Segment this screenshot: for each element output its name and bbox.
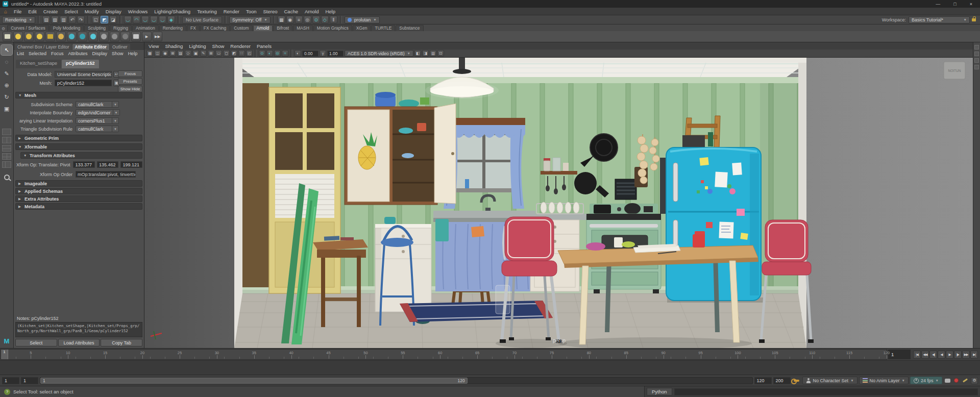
arnold-mesh-light-icon[interactable] [24, 32, 34, 41]
input-selector-dropdown[interactable]: prolutan ▼ [345, 16, 380, 23]
workspace-dropdown[interactable]: Basics Tutorial*▼ [909, 16, 970, 23]
shelf-tab-poly-modeling[interactable]: Poly Modeling [50, 25, 84, 31]
ae-menu-show[interactable]: Show [112, 51, 124, 56]
op-order-field[interactable]: mOp:translate:pivot, !invert!xformO... [76, 171, 136, 178]
pivot-x-field[interactable]: 133.377 [73, 161, 95, 168]
xray-icon[interactable]: ◨ [422, 50, 429, 57]
focus-button[interactable]: Focus [118, 70, 142, 77]
channel-box-toggle-icon[interactable] [974, 58, 979, 63]
load-attributes-button[interactable]: Load Attributes [58, 339, 100, 346]
range-slider-groove[interactable]: 1 120 [40, 377, 753, 384]
snap-to-curve-icon[interactable]: ◠ [133, 16, 140, 23]
symmetry-dropdown[interactable]: Symmetry: Off▼ [229, 16, 271, 23]
grid-toggle-icon[interactable]: ⊞ [208, 50, 214, 57]
menu-create[interactable]: Create [43, 9, 58, 14]
magnifier-icon[interactable] [4, 175, 10, 180]
ae-menu-attributes[interactable]: Attributes [68, 51, 88, 56]
shelf-tab-arnold[interactable]: Arnold [253, 25, 273, 31]
ae-menu-list[interactable]: List [17, 51, 24, 56]
select-camera-icon[interactable]: ▦ [146, 50, 153, 57]
two-pane-side-layout[interactable] [2, 137, 11, 143]
pivot-z-field[interactable]: 199.121 [120, 161, 142, 168]
shelf-menu-icon[interactable]: ⚙ [2, 27, 5, 31]
wireframe-on-shaded-icon[interactable]: ▥ [430, 50, 436, 57]
shelf-tab-animation[interactable]: Animation [132, 25, 159, 31]
live-surface-field[interactable]: No Live Surface [182, 16, 222, 23]
menu-arnold[interactable]: Arnold [305, 9, 318, 14]
view-transform-dropdown[interactable]: ACES 1.0 SDR-video (sRGB) ▼ [345, 50, 413, 57]
shelf-tab-xgen[interactable]: XGen [353, 25, 371, 31]
film-gate-icon[interactable]: ▭ [215, 50, 222, 57]
shelf-tab-custom[interactable]: Custom [230, 25, 252, 31]
anim-layer-dropdown[interactable]: No Anim Layer ▼ [859, 377, 909, 384]
chevron-down-icon[interactable]: ▼ [112, 126, 119, 132]
presets-button[interactable]: Presets [118, 78, 142, 85]
shelf-tab-sculpting[interactable]: Sculpting [84, 25, 109, 31]
arnold-photometric-light-icon[interactable] [35, 32, 44, 41]
standard-volume-shader-icon[interactable] [88, 32, 98, 41]
textured-icon[interactable]: ⊡ [437, 50, 444, 57]
section-imageable[interactable]: ▶Imageable [15, 180, 142, 187]
standard-surface-shader-icon[interactable] [67, 32, 77, 41]
greasepencil-icon[interactable]: ✎ [200, 50, 207, 57]
menu-windows[interactable]: Windows [128, 9, 148, 14]
isolate-select-icon[interactable]: ◧ [414, 50, 421, 57]
snap-to-grid-icon[interactable]: ◡ [124, 16, 132, 23]
menu-texturing[interactable]: Texturing [197, 9, 217, 14]
new-scene-icon[interactable]: ▤ [42, 16, 50, 23]
two-pane-stacked-layout[interactable] [2, 145, 11, 152]
chevron-down-icon[interactable]: ▼ [113, 109, 120, 116]
current-frame-marker[interactable]: 1 [1, 350, 8, 359]
panel-tab-channel-box-layer-editor[interactable]: Channel Box / Layer Editor [15, 44, 72, 50]
maximize-button[interactable]: □ [953, 2, 956, 7]
ambient-occlusion-icon[interactable]: ◎ [274, 50, 281, 57]
range-slider-handle[interactable]: 1 120 [40, 378, 468, 384]
step-forward-frame-button[interactable]: |▶ [954, 351, 962, 359]
close-button[interactable]: × [970, 2, 972, 7]
oversc an-icon[interactable]: ▣ [192, 50, 199, 57]
auto-key-icon[interactable] [794, 380, 799, 382]
standard-hair-shader-icon[interactable] [78, 32, 87, 41]
copy-tab-button[interactable]: Copy Tab [101, 339, 142, 346]
exposure-field[interactable]: 0.00 [302, 51, 318, 57]
menu-modify[interactable]: Modify [85, 9, 99, 14]
viewport-menu-renderer[interactable]: Renderer [230, 43, 251, 49]
redo-icon[interactable]: ↷ [77, 16, 85, 23]
section-geometric-prim[interactable]: ▶ Geometric Prim [15, 135, 142, 141]
time-slider-track[interactable]: 1 51015202530354045505560657075808590951… [1, 349, 887, 360]
shelf-tab-fx[interactable]: FX [187, 25, 200, 31]
menu-display[interactable]: Display [106, 9, 121, 14]
current-frame-field[interactable]: 1 [888, 350, 911, 359]
snap-to-projected-center-icon[interactable]: ◡ [150, 16, 158, 23]
animation-preferences-icon[interactable]: ⚙ [971, 377, 978, 384]
shelf-tab-curves-surfaces[interactable]: Curves / Surfaces [7, 25, 49, 31]
section-xformable[interactable]: ▼ Xformable [15, 143, 142, 150]
command-input[interactable] [674, 388, 978, 395]
open-scene-icon[interactable]: ▧ [51, 16, 59, 23]
menu-stereo[interactable]: Stereo [263, 9, 277, 14]
snap-to-view-plane-icon[interactable]: ◡ [159, 16, 166, 23]
all-lights-icon[interactable]: ⊙ [259, 50, 265, 57]
lock-icon[interactable] [972, 18, 976, 21]
animation-end-field[interactable]: 200 [773, 377, 791, 384]
play-backwards-button[interactable]: ◀ [938, 351, 945, 359]
modeling-toolkit-toggle-icon[interactable] [974, 65, 979, 69]
show-hide-button[interactable]: Show Hide [118, 86, 142, 92]
menu-select[interactable]: Select [64, 9, 78, 14]
play-forwards-button[interactable]: ▶ [946, 351, 953, 359]
pencil-icon[interactable] [963, 378, 968, 382]
hierarchy-mode-icon[interactable]: ◱ [92, 16, 100, 23]
section-extra-attributes[interactable]: ▶Extra Attributes [15, 195, 142, 202]
render-settings-icon[interactable]: ≡ [295, 16, 303, 23]
node-tab-pcylinder152[interactable]: pCylinder152 [62, 60, 99, 68]
shelf-tab-fx-caching[interactable]: FX Caching [200, 25, 230, 31]
motion-blur-icon[interactable]: ≈ [282, 50, 288, 57]
shelf-tab-motion-graphics[interactable]: Motion Graphics [313, 25, 352, 31]
menu-toon[interactable]: Toon [246, 9, 257, 14]
gamma-icon[interactable]: γ [320, 50, 326, 57]
gate-mask-icon[interactable]: ◩ [231, 50, 237, 57]
snap-to-point-icon[interactable]: ◡ [141, 16, 149, 23]
playback-start-field[interactable]: 1 [2, 377, 19, 384]
pivot-y-field[interactable]: 135.462 [97, 161, 119, 168]
viewport-menu-show[interactable]: Show [212, 43, 225, 49]
